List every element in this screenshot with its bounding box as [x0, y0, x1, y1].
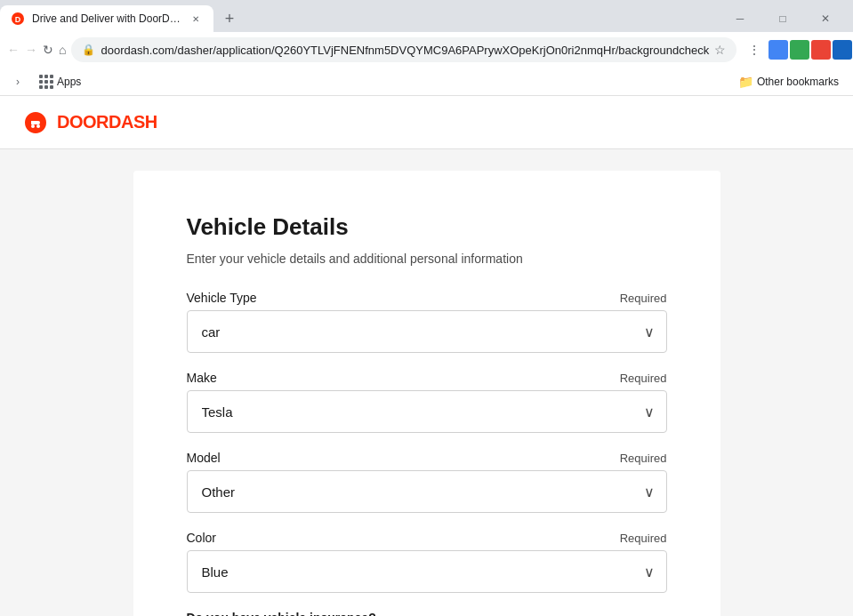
color-select[interactable]: Blue Black White Red Silver: [187, 550, 667, 593]
apps-grid-icon: [39, 75, 53, 89]
url-display: doordash.com/dasher/application/Q260YTLV…: [101, 44, 709, 57]
model-select[interactable]: Other Model 3 Model S Model X Model Y: [187, 470, 667, 513]
bookmark-icon[interactable]: ☆: [714, 43, 726, 57]
svg-text:D: D: [15, 15, 21, 24]
maximize-button[interactable]: □: [762, 6, 803, 31]
model-select-wrapper: Other Model 3 Model S Model X Model Y ∨: [187, 470, 667, 513]
insurance-section: Do you have vehicle insurance? ✓ Yes I h…: [187, 611, 667, 616]
color-select-wrapper: Blue Black White Red Silver ∨: [187, 550, 667, 593]
tab-favicon: D: [11, 12, 25, 26]
extension-icon-3: [811, 40, 831, 60]
close-button[interactable]: ✕: [805, 6, 846, 31]
model-label: Model: [187, 451, 221, 465]
back-button[interactable]: ←: [7, 37, 20, 62]
extension-icon-4: [833, 40, 852, 60]
extension-icon-1: [769, 40, 788, 60]
extension-icon-2: [790, 40, 809, 60]
form-container: Vehicle Details Enter your vehicle detai…: [133, 171, 720, 616]
make-label: Make: [187, 371, 217, 385]
active-tab[interactable]: D Drive and Deliver with DoorDa... ✕: [0, 5, 213, 32]
forward-button[interactable]: →: [25, 37, 37, 62]
doordash-logo: DOORDASH: [21, 108, 157, 137]
reload-button[interactable]: ↻: [43, 37, 53, 62]
toolbar-icons: ⋮ ⋮: [742, 37, 853, 62]
tab-bar: D Drive and Deliver with DoorDa... ✕ + ─…: [0, 0, 853, 32]
other-bookmarks-label: Other bookmarks: [757, 76, 839, 88]
tab-close-button[interactable]: ✕: [189, 12, 203, 26]
apps-label: Apps: [57, 76, 81, 88]
tab-title: Drive and Deliver with DoorDa...: [32, 12, 181, 25]
make-required: Required: [620, 372, 667, 385]
other-bookmarks[interactable]: 📁 Other bookmarks: [731, 71, 846, 92]
color-field: Color Required Blue Black White Red Silv…: [187, 531, 667, 593]
vehicle-type-select[interactable]: car motorcycle scooter bicycle: [187, 310, 667, 353]
svg-point-3: [36, 124, 40, 128]
svg-point-2: [31, 124, 35, 128]
make-field: Make Required Tesla Toyota Honda Ford ∨: [187, 371, 667, 433]
bookmarks-bar: › Apps 📁 Other bookmarks: [0, 68, 853, 96]
minimize-button[interactable]: ─: [720, 6, 760, 31]
lock-icon: 🔒: [82, 44, 95, 56]
form-subtitle: Enter your vehicle details and additiona…: [187, 252, 667, 266]
browser-window: D Drive and Deliver with DoorDa... ✕ + ─…: [0, 0, 853, 616]
home-button[interactable]: ⌂: [59, 37, 66, 62]
new-tab-button[interactable]: +: [217, 6, 242, 31]
model-field: Model Required Other Model 3 Model S Mod…: [187, 451, 667, 513]
model-header: Model Required: [187, 451, 667, 465]
folder-icon: 📁: [738, 75, 753, 89]
bookmarks-expand-button[interactable]: ›: [7, 71, 28, 92]
make-select-wrapper: Tesla Toyota Honda Ford ∨: [187, 390, 667, 433]
doordash-logo-icon: [21, 108, 50, 137]
doordash-logo-text: DOORDASH: [57, 112, 157, 132]
color-required: Required: [620, 532, 667, 545]
vehicle-type-header: Vehicle Type Required: [187, 291, 667, 305]
extensions-button[interactable]: ⋮: [742, 37, 767, 62]
site-header: DOORDASH: [0, 96, 853, 149]
color-label: Color: [187, 531, 216, 545]
make-header: Make Required: [187, 371, 667, 385]
vehicle-type-field: Vehicle Type Required car motorcycle sco…: [187, 291, 667, 353]
insurance-question: Do you have vehicle insurance?: [187, 611, 667, 616]
model-required: Required: [620, 452, 667, 465]
vehicle-type-select-wrapper: car motorcycle scooter bicycle ∨: [187, 310, 667, 353]
address-bar: ← → ↻ ⌂ 🔒 doordash.com/dasher/applicatio…: [0, 32, 853, 68]
apps-bookmark[interactable]: Apps: [32, 71, 88, 92]
page-content: DOORDASH Vehicle Details Enter your vehi…: [0, 96, 853, 616]
omnibox[interactable]: 🔒 doordash.com/dasher/application/Q260YT…: [71, 37, 736, 62]
form-title: Vehicle Details: [187, 213, 667, 241]
window-controls: ─ □ ✕: [720, 6, 853, 31]
vehicle-type-required: Required: [620, 292, 667, 305]
vehicle-type-label: Vehicle Type: [187, 291, 257, 305]
color-header: Color Required: [187, 531, 667, 545]
make-select[interactable]: Tesla Toyota Honda Ford: [187, 390, 667, 433]
